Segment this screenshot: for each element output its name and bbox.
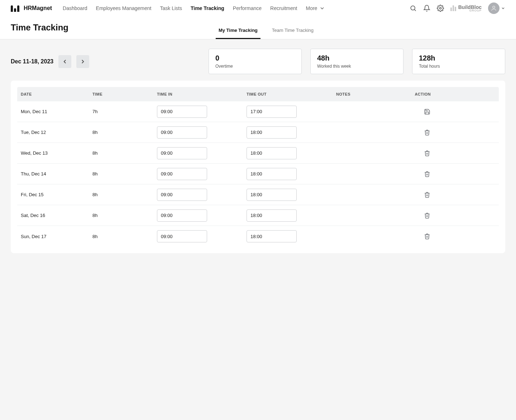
trash-icon (424, 129, 430, 136)
cell-time: 8h (92, 213, 153, 218)
time-out-input[interactable] (247, 147, 297, 159)
stat-card-total-hours: 128hTotal hours (412, 49, 505, 74)
col-header-date: DATE (21, 92, 89, 96)
stat-value: 0 (215, 54, 295, 62)
delete-row-button[interactable] (424, 212, 431, 219)
table-row: Fri, Dec 158h (17, 184, 499, 205)
cell-time: 8h (92, 192, 153, 197)
next-week-button[interactable] (76, 55, 89, 68)
delete-row-button[interactable] (424, 129, 431, 136)
table-row: Tue, Dec 128h (17, 122, 499, 143)
stat-value: 128h (419, 54, 498, 62)
date-range-label: Dec 11-18, 2023 (11, 58, 53, 65)
table-row: Thu, Dec 148h (17, 164, 499, 184)
user-avatar-icon (488, 3, 500, 14)
stat-label: Worked this week (317, 64, 397, 69)
cell-date: Wed, Dec 13 (21, 150, 89, 156)
svg-point-0 (411, 6, 415, 10)
tab-my-time-tracking[interactable]: My Time Tracking (216, 23, 261, 39)
prev-week-button[interactable] (58, 55, 71, 68)
delete-row-button[interactable] (424, 150, 431, 157)
time-out-input[interactable] (247, 126, 297, 139)
stat-card-overtime: 0Overtime (209, 49, 302, 74)
trash-icon (424, 233, 430, 240)
time-in-input[interactable] (157, 106, 207, 118)
col-header-time: TIME (92, 92, 153, 96)
cell-time: 8h (92, 150, 153, 156)
delete-row-button[interactable] (424, 191, 431, 198)
cell-date: Sat, Dec 16 (21, 213, 89, 218)
stat-value: 48h (317, 54, 397, 62)
table-row: Sun, Dec 178h (17, 226, 499, 247)
cell-time: 8h (92, 234, 153, 239)
trash-icon (424, 150, 430, 156)
cell-date: Sun, Dec 17 (21, 234, 89, 239)
trash-icon (424, 212, 430, 219)
chevron-left-icon (62, 58, 68, 65)
cell-time: 8h (92, 171, 153, 177)
nav-more[interactable]: More (306, 5, 325, 11)
page-title: Time Tracking (11, 23, 68, 33)
delete-row-button[interactable] (424, 170, 431, 178)
time-out-input[interactable] (247, 230, 297, 242)
time-out-input[interactable] (247, 106, 297, 118)
chevron-down-icon (319, 5, 325, 11)
nav-more-label: More (306, 5, 317, 11)
cell-date: Mon, Dec 11 (21, 109, 89, 114)
nav-item-task-lists[interactable]: Task Lists (160, 5, 182, 11)
col-header-action: ACTION (401, 92, 433, 96)
time-in-input[interactable] (157, 230, 207, 242)
trash-icon (424, 192, 430, 198)
sub-tabs: My Time TrackingTeam Time Tracking (216, 23, 316, 39)
brand-logo-icon (11, 5, 21, 12)
search-icon[interactable] (410, 5, 417, 12)
time-table: DATE TIME TIME IN TIME OUT NOTES ACTION … (11, 81, 505, 253)
delete-row-button[interactable] (424, 233, 431, 240)
stat-card-worked-this-week: 48hWorked this week (310, 49, 403, 74)
stat-label: Total hours (419, 64, 498, 69)
time-in-input[interactable] (157, 126, 207, 139)
time-out-input[interactable] (247, 189, 297, 201)
nav-item-time-tracking[interactable]: Time Tracking (191, 5, 224, 11)
save-icon (424, 108, 430, 115)
col-header-notes: NOTES (336, 92, 397, 96)
time-in-input[interactable] (157, 147, 207, 159)
chevron-down-icon (501, 6, 505, 10)
company-brand: BuildBloc GROUP (450, 5, 482, 12)
svg-line-1 (415, 10, 416, 11)
table-row: Wed, Dec 138h (17, 143, 499, 164)
tab-team-time-tracking[interactable]: Team Time Tracking (269, 23, 316, 39)
brand[interactable]: HRMagnet (11, 5, 52, 12)
time-out-input[interactable] (247, 209, 297, 222)
nav-item-employees-management[interactable]: Employees Management (96, 5, 152, 11)
svg-point-3 (493, 6, 495, 8)
chevron-right-icon (80, 58, 86, 65)
brand-name: HRMagnet (24, 5, 52, 11)
time-in-input[interactable] (157, 189, 207, 201)
time-out-input[interactable] (247, 168, 297, 180)
company-logo-icon (450, 5, 456, 11)
time-in-input[interactable] (157, 168, 207, 180)
cell-time: 7h (92, 109, 153, 114)
nav-item-dashboard[interactable]: Dashboard (63, 5, 87, 11)
table-row: Mon, Dec 117h (17, 101, 499, 122)
stat-label: Overtime (215, 64, 295, 69)
cell-date: Fri, Dec 15 (21, 192, 89, 197)
table-header: DATE TIME TIME IN TIME OUT NOTES ACTION (17, 87, 499, 101)
cell-date: Thu, Dec 14 (21, 171, 89, 177)
col-header-timein: TIME IN (157, 92, 243, 96)
trash-icon (424, 171, 430, 177)
nav-item-performance[interactable]: Performance (233, 5, 262, 11)
time-in-input[interactable] (157, 209, 207, 222)
nav-item-recruitment[interactable]: Recruitment (270, 5, 297, 11)
table-row: Sat, Dec 168h (17, 205, 499, 226)
gear-icon[interactable] (437, 5, 444, 12)
cell-time: 8h (92, 130, 153, 135)
cell-date: Tue, Dec 12 (21, 130, 89, 135)
save-row-button[interactable] (424, 108, 431, 115)
col-header-timeout: TIME OUT (247, 92, 333, 96)
user-menu[interactable] (488, 3, 505, 14)
main-nav: DashboardEmployees ManagementTask ListsT… (63, 5, 325, 11)
bell-icon[interactable] (423, 5, 430, 12)
svg-point-2 (439, 8, 441, 9)
